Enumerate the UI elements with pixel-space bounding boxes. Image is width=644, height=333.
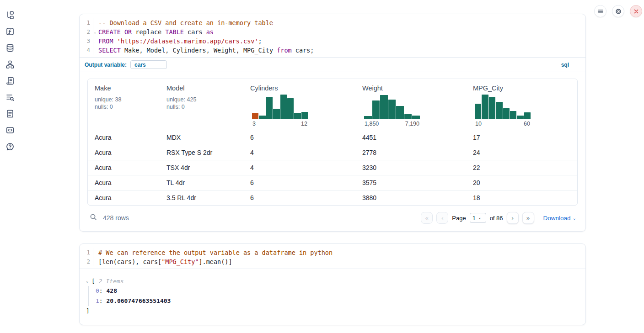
column-header-model[interactable]: Modelunique: 425nulls: 0: [160, 85, 243, 127]
table-row[interactable]: Acura3.5 RL 4dr6388018: [88, 190, 577, 205]
table-row[interactable]: AcuraRSX Type S 2dr4277824: [88, 145, 577, 160]
code-line[interactable]: 2⌄CREATE OR replace TABLE cars as: [80, 27, 585, 37]
table-cell: TSX 4dr: [160, 164, 243, 171]
code-text: # We can reference the output variable a…: [93, 248, 333, 257]
table-cell: 6: [243, 134, 355, 141]
code-line[interactable]: 4SELECT Make, Model, Cylinders, Weight, …: [80, 46, 585, 55]
page-label: Page: [452, 215, 466, 222]
column-header-make[interactable]: Makeunique: 38nulls: 0: [88, 85, 160, 127]
column-header-cylinders[interactable]: Cylinders312: [243, 85, 355, 127]
table-cell: Acura: [88, 179, 160, 186]
table-cell: 3575: [355, 179, 466, 186]
histogram-bar[interactable]: [280, 95, 287, 119]
code-line[interactable]: 1-- Download a CSV and create an in-memo…: [80, 18, 585, 27]
code-line[interactable]: 2[len(cars), cars["MPG_City"].mean()]: [80, 257, 585, 266]
line-number: 1: [80, 248, 93, 257]
sql-cell: 1-- Download a CSV and create an in-memo…: [79, 14, 586, 232]
variables-function-icon[interactable]: [5, 26, 15, 37]
python-code-editor[interactable]: 1# We can reference the output variable …: [80, 244, 585, 269]
code-line[interactable]: 3FROM 'https://datasets.marimo.app/cars.…: [80, 37, 585, 46]
histogram-bar[interactable]: [273, 109, 279, 119]
code-text: CREATE OR replace TABLE cars as: [93, 27, 214, 37]
histogram-axis: 1,8507,190: [364, 121, 420, 127]
close-icon[interactable]: [630, 5, 642, 17]
histogram-bar[interactable]: [266, 97, 273, 119]
column-name: Cylinders: [250, 85, 355, 92]
histogram-bar[interactable]: [496, 102, 502, 119]
tree-entry: 0: 428: [96, 286, 578, 296]
histogram-bar[interactable]: [412, 116, 420, 119]
chevron-down-icon: ⌄: [478, 215, 482, 220]
scratchpad-scroll-icon[interactable]: [5, 76, 15, 86]
table-cell: 4451: [355, 134, 466, 141]
help-question-icon[interactable]: [5, 142, 15, 152]
tree-entries: 0: 4281: 20.060747663551403: [88, 286, 578, 306]
histogram-bar[interactable]: [517, 116, 523, 119]
dependency-graph-icon[interactable]: [5, 59, 15, 69]
code-line[interactable]: 1# We can reference the output variable …: [80, 248, 585, 257]
page-select[interactable]: 1 ⌄: [470, 213, 486, 223]
table-row[interactable]: AcuraTSX 4dr4323022: [88, 160, 577, 175]
table-cell: Acura: [88, 149, 160, 156]
histogram-bar[interactable]: [489, 97, 495, 119]
column-header-mpg_city[interactable]: MPG_City1060: [466, 85, 577, 127]
fold-chevron-icon[interactable]: ⌄: [94, 28, 96, 37]
histogram-bar[interactable]: [287, 98, 294, 119]
column-name: Make: [95, 85, 160, 92]
histogram-bar[interactable]: [510, 111, 516, 119]
sql-code-editor[interactable]: 1-- Download a CSV and create an in-memo…: [80, 14, 585, 57]
histogram-bar[interactable]: [294, 113, 301, 119]
next-page-button[interactable]: ›: [507, 212, 519, 224]
table-header-row: Makeunique: 38nulls: 0Modelunique: 425nu…: [88, 79, 577, 130]
snippets-code-icon[interactable]: [5, 125, 15, 135]
histogram-bar[interactable]: [524, 112, 531, 119]
table-cell: 22: [466, 164, 577, 171]
code-text: SELECT Make, Model, Cylinders, Weight, M…: [93, 46, 314, 55]
collapse-chevron-icon[interactable]: ⌄: [86, 276, 91, 286]
table-cell: RSX Type S 2dr: [160, 149, 243, 156]
histogram-bar[interactable]: [503, 108, 510, 119]
column-header-weight[interactable]: Weight1,8507,190: [355, 85, 466, 127]
code-text: -- Download a CSV and create an in-memor…: [93, 18, 273, 27]
sql-cell-output: Makeunique: 38nulls: 0Modelunique: 425nu…: [80, 72, 585, 231]
output-variable-input[interactable]: [130, 60, 167, 69]
first-page-button[interactable]: «: [421, 212, 433, 224]
histogram-bar[interactable]: [372, 100, 380, 119]
histogram-bar[interactable]: [364, 116, 372, 119]
column-name: Weight: [362, 85, 466, 92]
menu-icon[interactable]: [594, 5, 606, 17]
tree-entry-value: 20.060747663551403: [106, 297, 171, 304]
language-chip[interactable]: sql: [561, 62, 569, 68]
prev-page-button[interactable]: ‹: [436, 212, 448, 224]
histogram-bar[interactable]: [388, 100, 396, 119]
download-button[interactable]: Download ⌄: [543, 215, 576, 222]
column-name: Model: [166, 85, 243, 92]
last-page-button[interactable]: »: [522, 212, 534, 224]
table-row[interactable]: AcuraTL 4dr6357520: [88, 175, 577, 190]
histogram-bar[interactable]: [475, 104, 481, 119]
histogram-bar[interactable]: [396, 106, 404, 119]
documentation-file-icon[interactable]: [5, 109, 15, 119]
histogram-bar[interactable]: [301, 112, 308, 119]
file-explorer-tree-icon[interactable]: [5, 10, 15, 20]
histogram-bar[interactable]: [482, 95, 488, 119]
close-bracket: ]: [86, 306, 578, 316]
histogram-bar[interactable]: [259, 116, 265, 119]
python-cell-output: ⌄ [ 2 Items 0: 4281: 20.060747663551403 …: [80, 269, 585, 325]
table-cell: 6: [243, 194, 355, 201]
histogram-bar[interactable]: [252, 113, 258, 119]
table-cell: 2778: [355, 149, 466, 156]
data-table: Makeunique: 38nulls: 0Modelunique: 425nu…: [87, 79, 578, 206]
table-row[interactable]: AcuraMDX6445117: [88, 130, 577, 145]
histogram-bar[interactable]: [404, 114, 412, 119]
tree-root-line: ⌄ [ 2 Items: [86, 276, 578, 286]
table-of-contents-search-icon[interactable]: [5, 92, 15, 102]
table-cell: 4: [243, 164, 355, 171]
search-icon[interactable]: [90, 213, 97, 223]
tree-entry-key: 1: [96, 297, 99, 304]
open-bracket: [: [91, 276, 95, 286]
output-variable-bar: Output variable: sql: [80, 57, 585, 72]
settings-gear-icon[interactable]: [612, 5, 624, 17]
histogram-bar[interactable]: [380, 95, 388, 119]
datasources-database-icon[interactable]: [5, 43, 15, 53]
